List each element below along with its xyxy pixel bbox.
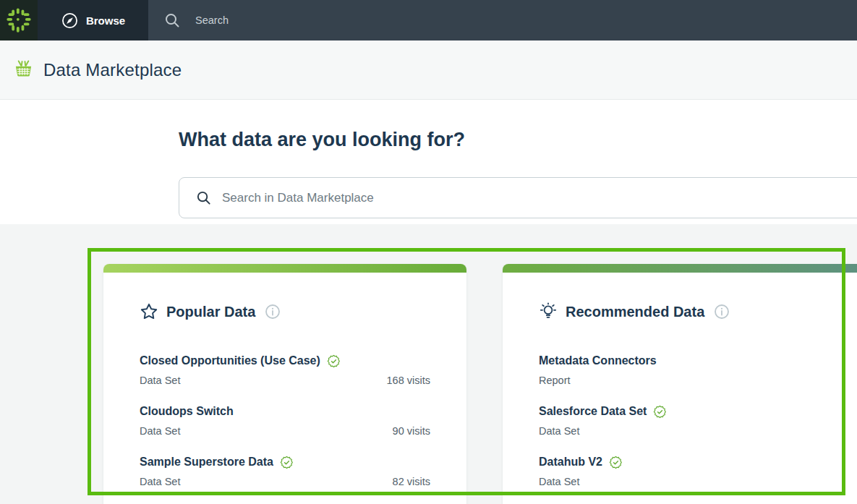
recommended-data-list: Metadata Connectors Report Salesforce Da… (539, 353, 830, 489)
app-logo[interactable] (0, 0, 38, 40)
popular-data-card: Popular Data Closed Opportunities (Use C… (103, 264, 466, 504)
item-link[interactable]: Datahub V2 (539, 454, 602, 470)
marketplace-search-input[interactable] (222, 191, 857, 205)
search-icon (163, 12, 181, 29)
list-item: Closed Opportunities (Use Case) Data Set… (140, 353, 430, 388)
item-type: Data Set (140, 424, 180, 438)
browse-button[interactable]: Browse (38, 0, 148, 40)
hero-section: What data are you looking for? (0, 101, 857, 224)
global-search-bar[interactable]: Search (148, 0, 857, 40)
cards-section: Popular Data Closed Opportunities (Use C… (0, 224, 857, 504)
item-visits: 82 visits (393, 475, 430, 489)
lightbulb-icon (539, 302, 558, 321)
popular-data-list: Closed Opportunities (Use Case) Data Set… (140, 353, 430, 489)
browse-label: Browse (86, 14, 125, 27)
item-type: Data Set (539, 475, 579, 489)
item-type: Data Set (140, 374, 180, 388)
page-title: Data Marketplace (43, 60, 182, 80)
card-title: Recommended Data (566, 304, 704, 320)
compass-icon (61, 12, 79, 30)
item-type: Report (539, 374, 571, 388)
item-visits: 168 visits (387, 374, 430, 388)
item-type: Data Set (140, 475, 180, 489)
list-item: Salesforce Data Set Data Set (539, 403, 830, 438)
recommended-data-card: Recommended Data Metadata Connectors Rep (503, 264, 857, 504)
verified-badge-icon (327, 354, 341, 368)
item-link[interactable]: Sample Superstore Data (140, 454, 273, 470)
list-item: Datahub V2 Data Set (539, 454, 830, 489)
item-visits: 90 visits (393, 424, 430, 438)
item-link[interactable]: Closed Opportunities (Use Case) (140, 353, 320, 369)
hero-heading: What data are you looking for? (179, 129, 465, 151)
item-type: Data Set (539, 424, 579, 438)
top-navbar: Browse Search (0, 0, 857, 40)
page-header: Data Marketplace (0, 40, 857, 100)
item-link[interactable]: Metadata Connectors (539, 353, 657, 369)
item-link[interactable]: Salesforce Data Set (539, 403, 647, 419)
card-topbar (503, 264, 857, 273)
global-search-placeholder: Search (195, 14, 229, 26)
card-topbar (103, 264, 466, 273)
verified-badge-icon (653, 405, 667, 419)
verified-badge-icon (280, 456, 294, 469)
list-item: Sample Superstore Data Data Set 82 visit… (140, 454, 430, 489)
marketplace-search-box[interactable] (179, 177, 857, 218)
verified-badge-icon (609, 456, 623, 469)
item-link[interactable]: Cloudops Switch (140, 403, 234, 419)
list-item: Cloudops Switch Data Set 90 visits (140, 403, 430, 438)
info-icon[interactable] (714, 304, 730, 320)
search-icon (195, 189, 212, 206)
basket-icon (12, 59, 35, 80)
card-title: Popular Data (166, 304, 255, 320)
star-icon (140, 302, 158, 321)
list-item: Metadata Connectors Report (539, 353, 830, 388)
info-icon[interactable] (265, 304, 281, 320)
alation-logo-icon (5, 7, 33, 34)
